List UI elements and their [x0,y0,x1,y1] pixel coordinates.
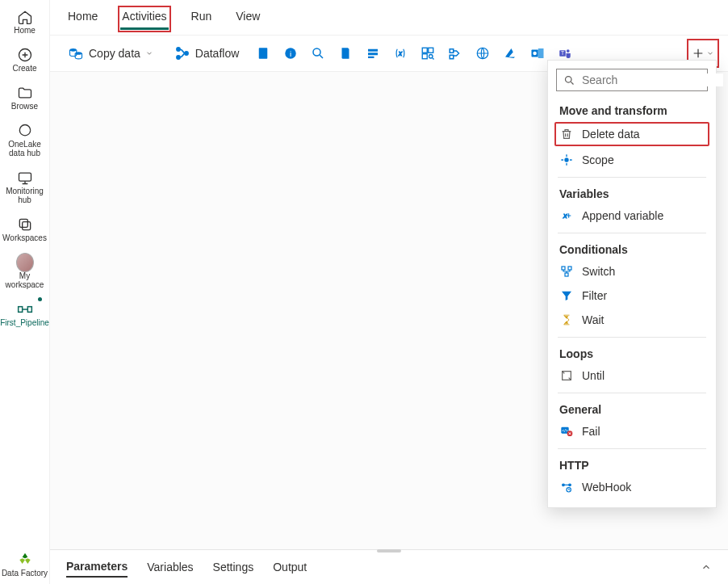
svg-rect-2 [19,219,27,227]
activities-dropdown-panel: Move and transform Delete data Scope Var… [547,60,717,508]
svg-rect-11 [259,48,268,59]
rail-pipeline[interactable]: First_Pipeline [0,296,50,334]
activity-until[interactable]: Until [548,363,716,388]
group-http: HTTP [548,454,716,475]
svg-point-8 [177,48,180,51]
left-nav-rail: Home Create Browse OneLake data hub Moni… [0,0,50,584]
activity-append-variable[interactable]: x Append variable [548,204,716,228]
rail-label: Home [14,26,36,35]
activity-fail[interactable]: </> Fail [548,419,716,443]
activity-scope[interactable]: Scope [548,148,716,172]
bottom-tab-parameters[interactable]: Parameters [66,557,128,578]
rail-workspaces[interactable]: Workspaces [0,211,50,249]
activity-label: WebHook [582,481,631,494]
svg-point-10 [185,52,188,55]
svg-rect-24 [450,55,454,59]
activity-label: Wait [582,313,604,326]
svg-point-22 [429,55,433,59]
rail-browse[interactable]: Browse [0,79,50,117]
activity-label: Fail [582,425,600,438]
chevron-down-icon [145,49,153,57]
plus-circle-icon [16,46,34,64]
activity-label: Switch [582,265,615,278]
rail-monitoring[interactable]: Monitoring hub [0,164,50,211]
activity-webhook[interactable]: WebHook [548,475,716,499]
bottom-tab-settings[interactable]: Settings [213,557,254,577]
azure-icon[interactable] [502,45,518,61]
bottom-tab-output[interactable]: Output [273,557,307,577]
svg-rect-1 [19,173,31,181]
svg-rect-17 [368,57,374,58]
svg-point-6 [70,48,77,52]
teams-icon[interactable]: T [557,45,573,61]
bottom-tabs: Parameters Variables Settings Output [50,549,728,584]
rail-home[interactable]: Home [0,3,50,41]
dataflow-button[interactable]: Dataflow [169,42,244,65]
bottom-tab-variables[interactable]: Variables [147,557,193,577]
activity-delete-data[interactable]: Delete data [554,122,709,146]
notebook-icon[interactable] [255,45,271,61]
tab-home[interactable]: Home [66,8,99,30]
datafactory-icon [16,551,34,569]
svg-point-33 [564,158,568,162]
svg-rect-35 [562,267,565,270]
tab-activities[interactable]: Activities [120,8,168,30]
filter-icon [559,288,574,303]
sproc-icon[interactable] [365,45,381,61]
svg-point-43 [569,484,571,486]
outlook-icon[interactable] [529,45,546,61]
group-conditionals: Conditionals [548,238,716,259]
web-icon[interactable] [475,45,491,61]
svg-point-31 [567,49,570,53]
rail-myworkspace[interactable]: My workspace [0,249,50,296]
activity-switch[interactable]: Switch [548,259,716,284]
pipeline-icon [16,300,34,318]
workspaces-icon [16,216,34,233]
activities-search[interactable] [556,69,708,91]
avatar-icon [16,254,34,271]
info-icon[interactable]: i [282,45,299,61]
activity-filter[interactable]: Filter [548,284,716,308]
append-var-icon: x [559,208,574,223]
copy-data-button[interactable]: Copy data [63,42,158,65]
svg-point-7 [75,52,82,55]
dataflow-label: Dataflow [195,47,239,60]
rail-label: Create [12,64,36,73]
collapse-panel-button[interactable] [701,561,712,573]
trash-icon [559,127,574,141]
search-tool-icon[interactable] [310,45,326,61]
tab-run[interactable]: Run [190,8,214,30]
rail-create[interactable]: Create [0,41,50,79]
script-icon[interactable] [337,45,354,61]
svg-point-9 [177,56,180,59]
variable-icon[interactable]: x [392,45,408,61]
rail-datafactory[interactable]: Data Factory [0,546,50,584]
rail-label: Workspaces [2,233,47,242]
group-variables: Variables [548,183,716,204]
rail-label: My workspace [0,271,50,289]
svg-text:</>: </> [562,428,568,433]
svg-rect-19 [423,48,428,53]
function-icon[interactable] [447,45,463,61]
activity-wait[interactable]: Wait [548,308,716,332]
svg-text:i: i [290,49,291,58]
rail-onelake[interactable]: OneLake data hub [0,117,50,164]
monitor-icon [16,169,34,187]
search-icon [563,74,575,86]
ribbon-tabs: Home Activities Run View [50,0,728,36]
svg-rect-16 [368,53,378,55]
rail-label: Browse [11,102,38,111]
lookup-icon[interactable] [420,45,436,61]
group-general: General [548,398,716,419]
svg-point-42 [563,484,565,486]
drag-handle-icon[interactable] [377,549,401,552]
svg-rect-37 [565,273,568,276]
unsaved-dot-icon [38,297,42,301]
tab-view[interactable]: View [234,8,261,30]
onelake-icon [16,122,34,140]
copy-data-icon [68,45,84,61]
group-move-transform: Move and transform [548,99,716,120]
rail-label: Monitoring hub [0,187,50,204]
svg-point-14 [313,48,320,56]
activities-search-input[interactable] [582,74,723,86]
